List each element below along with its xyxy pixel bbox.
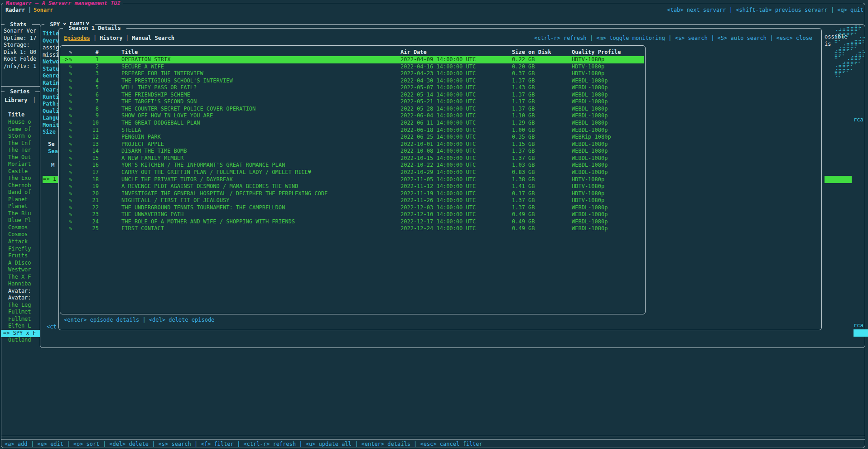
episode-row[interactable]: =>✎1OPERATION STRIX2022-04-09 14:00:00 U…	[0, 56, 868, 63]
series-item[interactable]: The Leg	[8, 302, 31, 309]
episode-title: A REVENGE PLOT AGAINST DESMOND / MAMA BE…	[121, 183, 298, 190]
series-item[interactable]: Fullmet	[8, 316, 31, 323]
episode-row[interactable]: ✎19A REVENGE PLOT AGAINST DESMOND / MAMA…	[0, 183, 868, 190]
episode-size: 1.37 GB	[512, 148, 535, 154]
episode-number: 18	[89, 176, 99, 183]
episode-row[interactable]: ✎15A NEW FAMILY MEMBER2022-10-15 14:00:0…	[0, 155, 868, 162]
episode-air-date: 2022-04-16 14:00:00 UTC	[400, 63, 476, 70]
episode-row[interactable]: ✎21NIGHTFALL / FIRST FIT OF JEALOUSY2022…	[0, 197, 868, 204]
episode-row[interactable]: ✎16YOR'S KITCHEN / THE INFORMANT'S GREAT…	[0, 162, 868, 169]
episode-quality: HDTV-1080p	[572, 70, 604, 77]
episode-row[interactable]: ✎23THE UNWAVERING PATH2022-12-10 14:00:0…	[0, 211, 868, 218]
edit-pencil-icon: ✎	[69, 141, 72, 148]
series-item[interactable]: A Disco	[8, 260, 31, 266]
selection-arrow: =>	[62, 56, 68, 63]
series-item[interactable]: Hanniba	[8, 280, 31, 287]
series-item[interactable]: Elfen L	[8, 323, 31, 329]
episode-row[interactable]: ✎17CARRY OUT THE GRIFFIN PLAN / FULLMETA…	[0, 169, 868, 176]
series-item[interactable]: Avatar:	[8, 295, 31, 301]
episode-air-date: 2022-06-18 14:00:00 UTC	[400, 127, 476, 134]
episode-title: SECURE A WIFE	[121, 63, 164, 70]
episode-number: 24	[89, 218, 99, 225]
episode-quality: WEBDL-1080p	[572, 148, 608, 154]
episode-row[interactable]: ✎6THE FRIENDSHIP SCHEME2022-05-14 14:00:…	[0, 92, 868, 99]
edit-pencil-icon: ✎	[69, 120, 72, 126]
episode-number: 7	[89, 98, 99, 105]
episode-number: 25	[89, 225, 99, 232]
episode-row[interactable]: ✎3PREPARE FOR THE INTERVIEW2022-04-23 14…	[0, 70, 868, 77]
series-item[interactable]: Fullmet	[8, 309, 31, 315]
episode-title: THE UNWAVERING PATH	[121, 211, 183, 218]
series-item[interactable]: Firefly	[8, 246, 31, 252]
series-item[interactable]: Avatar:	[8, 288, 31, 295]
edit-pencil-icon: ✎	[69, 106, 72, 112]
episode-row[interactable]: ✎7THE TARGET'S SECOND SON2022-05-21 14:0…	[0, 98, 868, 106]
episode-quality: WEBDL-1080p	[572, 84, 608, 91]
episode-quality: WEBDL-1080p	[572, 225, 608, 232]
episode-size: 0.17 GB	[512, 190, 535, 197]
episode-title: PROJECT APPLE	[121, 141, 164, 148]
series-item-selected[interactable]: => SPY x F	[1, 330, 40, 337]
episode-row[interactable]: ✎11STELLA2022-06-18 14:00:00 UTC1.00 GBW…	[0, 127, 868, 134]
episode-quality: WEBDL-1080p	[572, 162, 608, 169]
episode-row[interactable]: ✎2SECURE A WIFE2022-04-16 14:00:00 UTC0.…	[0, 63, 868, 71]
episode-quality: WEBDL-1080p	[572, 127, 608, 134]
episode-air-date: 2022-05-21 14:00:00 UTC	[400, 98, 476, 105]
episode-number: 11	[89, 127, 99, 134]
episode-row[interactable]: ✎18UNCLE THE PRIVATE TUTOR / DAYBREAK202…	[0, 176, 868, 183]
episode-row[interactable]: ✎14DISARM THE TIME BOMB2022-10-08 14:00:…	[0, 148, 868, 155]
episode-quality: WEBDL-1080p	[572, 141, 608, 148]
overview-text-fragment-2: is	[825, 41, 831, 48]
episode-row[interactable]: ✎8THE COUNTER-SECRET POLICE COVER OPERAT…	[0, 106, 868, 113]
episode-row[interactable]: ✎22THE UNDERGROUND TENNIS TOURNAMENT: TH…	[0, 204, 868, 212]
edit-pencil-icon: ✎	[69, 127, 72, 134]
episode-air-date: 2022-05-28 14:00:00 UTC	[400, 106, 476, 112]
episode-quality: WEBDL-1080p	[572, 211, 608, 218]
episode-title: THE COUNTER-SECRET POLICE COVER OPERATIO…	[121, 106, 256, 112]
series-item[interactable]: Outland	[8, 337, 31, 343]
series-detail-field-label: Overv	[43, 38, 59, 44]
title-column-header: Title	[121, 49, 138, 56]
series-item[interactable]: Attack	[8, 238, 28, 245]
episode-row[interactable]: ✎5WILL THEY PASS OR FAIL?2022-05-07 14:0…	[0, 84, 868, 92]
episode-number: 9	[89, 112, 99, 119]
edit-pencil-icon: ✎	[69, 197, 72, 204]
episode-row[interactable]: ✎25FIRST CONTACT2022-12-24 14:00:00 UTC0…	[0, 225, 868, 232]
edit-pencil-icon: ✎	[69, 63, 72, 70]
episode-row[interactable]: ✎13PROJECT APPLE2022-10-01 14:00:00 UTC1…	[0, 141, 868, 148]
episode-row[interactable]: ✎9SHOW OFF HOW IN LOVE YOU ARE2022-06-04…	[0, 112, 868, 120]
episode-quality: WEBDL-1080p	[572, 120, 608, 126]
edit-pencil-icon: ✎	[69, 112, 72, 119]
episode-size: 0.83 GB	[512, 169, 535, 176]
series-item[interactable]: Westwor	[8, 266, 31, 273]
episode-row[interactable]: ✎4THE PRESTIGIOUS SCHOOL'S INTERVIEW2022…	[0, 77, 868, 85]
episode-row[interactable]: ✎12PENGUIN PARK2022-06-25 14:00:00 UTC0.…	[0, 134, 868, 141]
episode-quality: HDTV-1080p	[572, 176, 604, 183]
tab-manual-search[interactable]: Manual Search	[132, 35, 174, 42]
series-item[interactable]: Fruits	[8, 252, 28, 259]
series-item[interactable]: The X-F	[8, 274, 31, 280]
episode-row[interactable]: ✎10THE GREAT DODGEBALL PLAN2022-06-11 14…	[0, 120, 868, 127]
tab-episodes[interactable]: Episodes	[64, 35, 90, 42]
tab-sonarr[interactable]: Sonarr	[34, 7, 53, 14]
episode-title: INVESTIGATE THE GENERAL HOSPITAL / DECIP…	[121, 190, 328, 197]
episode-title: NIGHTFALL / FIRST FIT OF JEALOUSY	[121, 197, 229, 204]
episode-row[interactable]: ✎20INVESTIGATE THE GENERAL HOSPITAL / DE…	[0, 190, 868, 198]
episode-row[interactable]: ✎24THE ROLE OF A MOTHER AND WIFE / SHOPP…	[0, 218, 868, 226]
episode-air-date: 2022-12-10 14:00:00 UTC	[400, 211, 476, 218]
tab-history[interactable]: History	[100, 35, 123, 42]
edit-pencil-icon: ✎	[69, 190, 72, 197]
episode-quality: WEBDL-1080p	[572, 112, 608, 119]
episode-air-date: 2022-10-15 14:00:00 UTC	[400, 155, 476, 162]
episode-title: SHOW OFF HOW IN LOVE YOU ARE	[121, 112, 213, 119]
episode-air-date: 2022-11-26 14:00:00 UTC	[400, 197, 476, 204]
content-bottom-border	[1, 436, 865, 436]
edit-pencil-icon: ✎	[69, 98, 72, 105]
episode-number: 4	[89, 77, 99, 84]
episode-number: 13	[89, 141, 99, 148]
edit-pencil-icon: ✎	[69, 84, 72, 91]
episode-size: 1.41 GB	[512, 183, 535, 190]
episode-title: PREPARE FOR THE INTERVIEW	[121, 70, 203, 77]
episode-title: PENGUIN PARK	[121, 134, 161, 140]
tab-radarr[interactable]: Radarr	[5, 7, 25, 14]
